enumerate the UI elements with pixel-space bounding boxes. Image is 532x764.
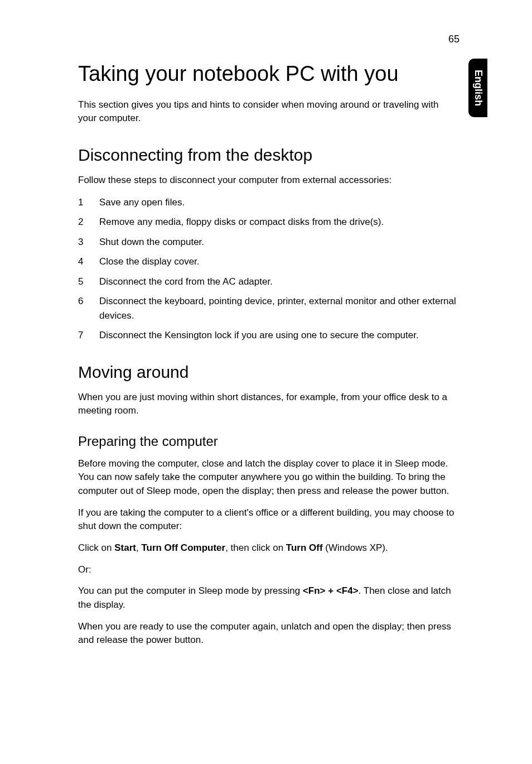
preparing-para1: Before moving the computer, close and la… (78, 457, 457, 498)
step-text: Remove any media, floppy disks or compac… (99, 215, 457, 229)
step-number: 5 (78, 275, 99, 289)
step-number: 4 (78, 254, 99, 269)
text-fragment: , (136, 542, 141, 553)
page-content: Taking your notebook PC with you This se… (78, 61, 457, 655)
list-item: 1 Save any open files. (78, 195, 457, 210)
section-heading-disconnect: Disconnecting from the desktop (78, 146, 457, 165)
intro-paragraph: This section gives you tips and hints to… (78, 98, 457, 126)
sleep-line: You can put the computer in Sleep mode b… (78, 584, 457, 612)
click-line: Click on Start, Turn Off Computer, then … (78, 541, 457, 555)
bold-turnoffcomputer: Turn Off Computer (141, 542, 225, 553)
bold-turnoff: Turn Off (286, 542, 323, 553)
step-text: Disconnect the Kensington lock if you ar… (99, 328, 457, 343)
text-fragment: (Windows XP). (323, 542, 388, 553)
step-text: Shut down the computer. (99, 235, 457, 249)
list-item: 5 Disconnect the cord from the AC adapte… (78, 275, 457, 289)
text-fragment: You can put the computer in Sleep mode b… (78, 585, 303, 596)
step-text: Disconnect the cord from the AC adapter. (99, 275, 457, 289)
sub-heading-preparing: Preparing the computer (78, 434, 457, 449)
text-fragment: , then click on (225, 542, 286, 553)
section-heading-moving: Moving around (78, 363, 457, 382)
list-item: 3 Shut down the computer. (78, 235, 457, 249)
page-number: 65 (448, 33, 460, 45)
disconnect-lead: Follow these steps to disconnect your co… (78, 174, 457, 188)
step-text: Disconnect the keyboard, pointing device… (99, 294, 457, 323)
language-tab: English (468, 59, 487, 117)
step-number: 2 (78, 215, 99, 229)
step-text: Close the display cover. (99, 254, 457, 269)
text-fragment: Click on (78, 542, 114, 553)
preparing-para2: If you are taking the computer to a clie… (78, 506, 457, 534)
page-title: Taking your notebook PC with you (78, 61, 457, 87)
list-item: 7 Disconnect the Kensington lock if you … (78, 328, 457, 343)
or-line: Or: (78, 563, 457, 577)
list-item: 6 Disconnect the keyboard, pointing devi… (78, 294, 457, 323)
step-number: 1 (78, 195, 99, 210)
last-paragraph: When you are ready to use the computer a… (78, 620, 457, 647)
bold-keys: <Fn> + <F4> (303, 585, 359, 596)
disconnect-steps-list: 1 Save any open files. 2 Remove any medi… (78, 195, 457, 343)
step-number: 7 (78, 328, 99, 343)
list-item: 4 Close the display cover. (78, 254, 457, 269)
step-number: 6 (78, 294, 99, 323)
list-item: 2 Remove any media, floppy disks or comp… (78, 215, 457, 229)
step-number: 3 (78, 235, 99, 249)
step-text: Save any open files. (99, 195, 457, 210)
moving-lead: When you are just moving within short di… (78, 391, 457, 418)
bold-start: Start (114, 542, 136, 553)
